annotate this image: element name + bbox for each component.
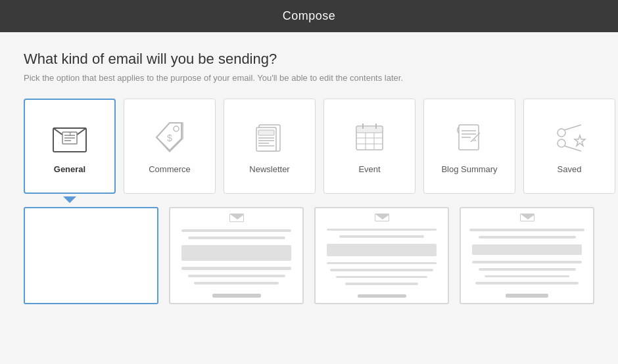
saved-label: Saved	[558, 164, 582, 174]
template-card-3[interactable]	[460, 207, 594, 304]
general-arrow	[63, 196, 76, 203]
svg-line-32	[564, 125, 581, 130]
type-card-wrap-newsletter: Newsletter	[224, 99, 316, 194]
blog-summary-icon	[450, 118, 489, 158]
svg-marker-34	[575, 135, 585, 146]
general-icon: T	[50, 118, 89, 158]
type-card-wrap-saved: Saved	[523, 99, 615, 194]
template-3-inner	[466, 214, 588, 298]
svg-line-33	[564, 146, 581, 151]
svg-marker-28	[472, 139, 476, 141]
svg-text:T: T	[68, 131, 72, 137]
svg-rect-16	[356, 126, 383, 133]
svg-rect-10	[258, 130, 274, 135]
commerce-icon: $	[150, 118, 189, 158]
template-2-inner	[321, 214, 442, 298]
event-label: Event	[358, 164, 380, 174]
type-card-saved[interactable]: Saved	[523, 99, 615, 194]
app-header: Compose	[0, 0, 618, 32]
template-card-2[interactable]	[314, 207, 449, 304]
page-subtitle: Pick the option that best applies to the…	[24, 73, 594, 83]
page-question: What kind of email will you be sending?	[24, 51, 594, 68]
newsletter-icon	[250, 118, 289, 158]
template-cards	[24, 207, 594, 304]
type-card-wrap-event: Event	[323, 99, 416, 194]
header-title: Compose	[283, 9, 336, 22]
svg-point-6	[174, 126, 179, 131]
newsletter-label: Newsletter	[249, 164, 289, 174]
svg-line-29	[471, 141, 472, 142]
type-card-newsletter[interactable]: Newsletter	[224, 99, 316, 194]
type-card-event[interactable]: Event	[323, 99, 416, 194]
commerce-label: Commerce	[149, 164, 191, 174]
general-label: General	[54, 164, 85, 174]
svg-text:$: $	[167, 133, 172, 143]
event-icon	[350, 118, 389, 158]
type-card-wrap-blog-summary: Blog Summary	[423, 99, 515, 194]
email-type-cards: T General $	[24, 99, 594, 194]
template-card-blank[interactable]	[24, 207, 158, 304]
main-content: What kind of email will you be sending? …	[0, 32, 618, 317]
blog-summary-label: Blog Summary	[441, 164, 497, 174]
type-card-blog-summary[interactable]: Blog Summary	[423, 99, 515, 194]
type-card-wrap-general: T General	[24, 99, 116, 194]
type-card-commerce[interactable]: $ Commerce	[124, 99, 216, 194]
type-card-general[interactable]: T General	[24, 99, 116, 194]
template-blank-inner	[30, 214, 152, 298]
saved-icon	[550, 118, 589, 158]
template-1-inner	[176, 214, 297, 298]
type-card-wrap-commerce: $ Commerce	[124, 99, 216, 194]
template-card-1[interactable]	[169, 207, 304, 304]
